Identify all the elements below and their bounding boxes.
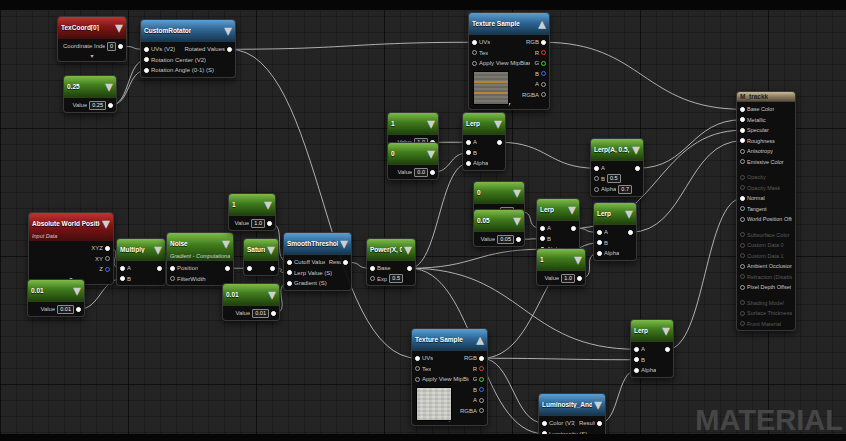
input-pin[interactable] <box>415 356 420 361</box>
node-c001R[interactable]: 0.01▾Value0.01 <box>222 283 280 321</box>
input-pin[interactable] <box>120 276 125 281</box>
input-pin[interactable] <box>170 276 175 281</box>
output-pin[interactable] <box>665 347 670 352</box>
node-ts_bot[interactable]: Texture Sample▴UVsRGBTexRApply View MipB… <box>411 328 488 426</box>
output-pin[interactable] <box>270 266 275 271</box>
collapse-chevron-icon[interactable]: ▾ <box>632 140 640 159</box>
material-graph-canvas[interactable]: TexCoord[0]▾Coordinate Index0▾CustomRota… <box>0 0 846 441</box>
node-noise[interactable]: Noise▾Gradient - ComputationalPositionFi… <box>166 232 234 286</box>
node-header[interactable]: Lerp(A, 0.5, 0.7)▾ <box>591 139 643 161</box>
input-pin[interactable] <box>740 274 745 279</box>
node-header[interactable]: Lerp▾ <box>594 203 636 225</box>
output-pin[interactable] <box>516 237 521 242</box>
input-pin[interactable] <box>597 251 602 256</box>
input-pin[interactable] <box>740 159 745 164</box>
collapse-chevron-icon[interactable]: ▾ <box>568 200 576 219</box>
output-pin[interactable] <box>227 47 232 52</box>
value-input[interactable]: 0.05 <box>497 235 514 244</box>
node-header[interactable]: TexCoord[0]▾ <box>58 17 126 39</box>
output-pin[interactable] <box>479 398 484 403</box>
node-header[interactable]: 1▾ <box>388 113 438 135</box>
input-pin[interactable] <box>540 226 545 231</box>
node-c025[interactable]: 0.25▾Value0.25 <box>63 75 117 113</box>
input-pin[interactable] <box>287 281 292 286</box>
collapse-chevron-icon[interactable]: ▾ <box>224 21 232 40</box>
collapse-chevron-icon[interactable]: ▾ <box>102 214 110 233</box>
collapse-chevron-icon[interactable]: ▾ <box>73 281 81 300</box>
input-pin[interactable] <box>740 300 745 305</box>
input-pin[interactable] <box>740 311 745 316</box>
collapse-chevron-icon[interactable]: ▴ <box>538 14 546 33</box>
collapse-chevron-icon[interactable]: ▾ <box>222 234 230 253</box>
output-pin[interactable] <box>105 256 110 261</box>
node-header[interactable]: Texture Sample▴ <box>412 329 487 351</box>
node-mat[interactable]: M_trackkBase ColorMetallicSpecularRoughn… <box>736 91 796 331</box>
collapse-chevron-icon[interactable]: ▾ <box>267 240 275 259</box>
node-rotator[interactable]: CustomRotator▾UVs (V2)Rotated ValuesRota… <box>140 19 236 78</box>
output-pin[interactable] <box>628 230 633 235</box>
node-header[interactable]: Lerp▾ <box>463 113 505 135</box>
output-pin[interactable] <box>407 266 412 271</box>
input-pin[interactable] <box>247 266 252 271</box>
value-input[interactable]: 0.0 <box>414 168 428 177</box>
node-c0t[interactable]: 0▾Value0.0 <box>387 142 439 180</box>
output-pin[interactable] <box>541 71 546 76</box>
output-pin[interactable] <box>157 266 162 271</box>
collapse-chevron-icon[interactable]: ▾ <box>105 77 113 96</box>
node-header[interactable]: 0.25▾ <box>64 76 116 98</box>
input-pin[interactable] <box>740 175 745 180</box>
node-header[interactable]: Lerp▾ <box>537 199 579 221</box>
node-header[interactable]: CustomRotator▾ <box>141 20 235 42</box>
node-saturate[interactable]: Saturate▾ <box>243 238 279 276</box>
input-pin[interactable] <box>287 270 292 275</box>
node-header[interactable]: Saturate▾ <box>244 239 278 261</box>
output-pin[interactable] <box>479 408 484 413</box>
output-pin[interactable] <box>571 226 576 231</box>
value-input[interactable]: 0 <box>107 42 116 51</box>
node-header[interactable]: 0.01▾ <box>223 284 279 306</box>
collapse-chevron-icon[interactable]: ▾ <box>513 183 521 202</box>
output-pin[interactable] <box>225 266 230 271</box>
input-pin[interactable] <box>740 253 745 258</box>
value-input[interactable]: 1.0 <box>561 274 575 283</box>
output-pin[interactable] <box>343 260 348 265</box>
value-input[interactable]: 1.0 <box>251 219 265 228</box>
collapse-chevron-icon[interactable]: ▾ <box>574 250 582 269</box>
input-pin[interactable] <box>594 187 599 192</box>
output-pin[interactable] <box>430 170 435 175</box>
input-pin[interactable] <box>472 61 477 66</box>
input-pin[interactable] <box>740 149 745 154</box>
collapse-chevron-icon[interactable]: ▾ <box>404 240 412 259</box>
node-header[interactable]: 0.01▾ <box>28 280 84 302</box>
input-pin[interactable] <box>740 117 745 122</box>
input-pin[interactable] <box>415 377 420 382</box>
input-pin[interactable] <box>634 368 639 373</box>
input-pin[interactable] <box>634 347 639 352</box>
node-header[interactable]: SmoothThreshold▾ <box>284 233 351 255</box>
input-pin[interactable] <box>740 264 745 269</box>
input-pin[interactable] <box>466 140 471 145</box>
collapse-chevron-icon[interactable]: ▾ <box>268 285 276 304</box>
input-pin[interactable] <box>740 285 745 290</box>
output-pin[interactable] <box>105 267 110 272</box>
input-pin[interactable] <box>540 236 545 241</box>
input-pin[interactable] <box>144 47 149 52</box>
node-awp[interactable]: Absolute World Position▾Input DataXYZXYZ… <box>28 212 114 285</box>
input-pin[interactable] <box>740 232 745 237</box>
input-pin[interactable] <box>370 266 375 271</box>
node-multiply[interactable]: Multiply▾AB <box>116 238 166 286</box>
node-lerpR[interactable]: Lerp▾ABAlpha <box>593 202 637 261</box>
output-pin[interactable] <box>479 387 484 392</box>
input-pin[interactable] <box>144 57 149 62</box>
node-header[interactable]: 1▾ <box>229 194 275 216</box>
node-header[interactable]: 0.05▾ <box>474 210 524 232</box>
node-smooth[interactable]: SmoothThreshold▾Cutoff Value (S)ResultLe… <box>283 232 352 291</box>
output-pin[interactable] <box>108 103 113 108</box>
node-header[interactable]: M_trackk <box>737 92 795 102</box>
input-pin[interactable] <box>287 260 292 265</box>
input-pin[interactable] <box>466 150 471 155</box>
collapse-chevron-icon[interactable]: ▾ <box>427 144 435 163</box>
node-header[interactable]: Luminosity_And_Color▾ <box>539 394 605 416</box>
output-pin[interactable] <box>479 356 484 361</box>
input-pin[interactable] <box>415 366 420 371</box>
